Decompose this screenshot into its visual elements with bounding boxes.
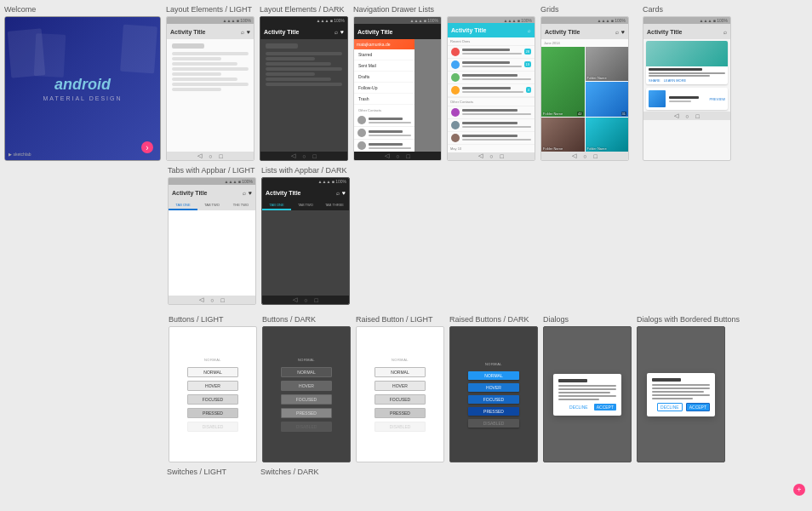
tab-three-light[interactable]: THE TWO xyxy=(226,200,255,210)
card-2-action[interactable]: PREVIEW xyxy=(710,97,725,101)
tab-two-light[interactable]: TAB TWO xyxy=(197,200,226,210)
search-icon-tabs-light[interactable]: ⌕ xyxy=(243,190,246,196)
grids-statusbar: ▲▲▲ ■ 100% xyxy=(541,17,628,24)
btn-normal-light[interactable]: NORMAL xyxy=(187,367,238,377)
more-icon-tabs-dark[interactable]: ♥ xyxy=(342,190,346,196)
raised-hover-light[interactable]: HOVER xyxy=(375,381,426,391)
welcome-android-text: android xyxy=(43,76,122,94)
search-icon-tabs-dark[interactable]: ⌕ xyxy=(336,190,340,196)
recent-divider: Recent Ones xyxy=(448,37,535,46)
raised-normal-light[interactable]: NORMAL xyxy=(375,367,426,377)
buttons-light-phone: NORMAL NORMAL HOVER FOCUSED PRESSED DISA… xyxy=(169,326,257,462)
nav-home-cards[interactable]: ○ xyxy=(685,113,689,119)
nav-home-tabs-dark[interactable]: ○ xyxy=(304,297,307,303)
drawer-appbar-title: Activity Title xyxy=(357,29,437,35)
nav-home-dark[interactable]: ○ xyxy=(302,153,306,159)
search-icon-lists[interactable]: ⌕ xyxy=(528,28,531,33)
card-2-image xyxy=(649,90,666,107)
more-icon-tabs-light[interactable]: ♥ xyxy=(249,190,252,196)
nav-back-tabs-dark[interactable]: ◁ xyxy=(293,296,297,303)
section-buttons-dark: Buttons / DARK NORMAL NORMAL HOVER FOCUS… xyxy=(260,313,353,464)
raised-normal-label-dark: NORMAL xyxy=(485,362,502,366)
grid-cell-3: 31 xyxy=(586,82,629,116)
card-2: PREVIEW xyxy=(646,88,728,110)
nav-back-lists[interactable]: ◁ xyxy=(478,152,483,159)
raised-pressed-light[interactable]: PRESSED xyxy=(375,408,426,418)
btn-focused-dark[interactable]: FOCUSED xyxy=(281,394,332,405)
dialog-bordered-actions: DECLINE ACCEPT xyxy=(652,403,710,411)
spacer-1 xyxy=(632,3,640,163)
drawer-contact-3 xyxy=(354,140,415,152)
drawer-item-drafts[interactable]: Drafts xyxy=(354,72,415,83)
grids-phone: ▲▲▲ ■ 100% Activity Title ⌕ ♥ June 2014 … xyxy=(540,16,629,161)
may-divider: May 10 xyxy=(448,145,535,152)
nav-recent-tabs-dark[interactable]: □ xyxy=(315,297,318,303)
nav-lists-statusbar: ▲▲▲ ■ 100% xyxy=(448,17,535,23)
nav-recent-dark[interactable]: □ xyxy=(313,153,317,159)
tab-three-dark[interactable]: TAB THREE xyxy=(320,200,349,210)
nav-back-grids[interactable]: ◁ xyxy=(572,152,576,159)
raised-hover-dark[interactable]: HOVER xyxy=(468,383,519,392)
nav-recent[interactable]: □ xyxy=(220,153,223,159)
btn-hover-dark[interactable]: HOVER xyxy=(281,381,332,391)
btn-focused-light[interactable]: FOCUSED xyxy=(187,394,238,405)
dialog-bordered-decline-btn[interactable]: DECLINE xyxy=(657,403,683,411)
more-icon-grids[interactable]: ♥ xyxy=(621,29,625,35)
statusbar-dark: ▲▲▲ ■ 100% xyxy=(260,17,347,24)
nav-lists-nav: ◁ ○ □ xyxy=(448,152,535,160)
nav-back[interactable]: ◁ xyxy=(197,152,202,159)
section-nav-drawer: Navigation Drawer Lists ▲▲▲ ■ 100% Activ… xyxy=(351,3,444,163)
drawer-item-followup[interactable]: Follow-Up xyxy=(354,83,415,94)
raised-normal-dark[interactable]: NORMAL xyxy=(468,371,519,380)
folder-count-1: 42 xyxy=(577,112,582,116)
welcome-fab[interactable]: › xyxy=(141,141,153,153)
nav-home-grids[interactable]: ○ xyxy=(583,153,586,159)
nav-home-lists[interactable]: ○ xyxy=(489,153,493,159)
btn-pressed-light[interactable]: PRESSED xyxy=(187,408,238,418)
nav-back-dark[interactable]: ◁ xyxy=(291,152,295,159)
raised-focused-dark[interactable]: FOCUSED xyxy=(468,395,519,404)
dialog-accept-btn[interactable]: ACCEPT xyxy=(594,404,616,411)
nav-recent-grids[interactable]: □ xyxy=(594,153,598,159)
nav-back-tabs-light[interactable]: ◁ xyxy=(199,296,203,303)
drawer-item-starred[interactable]: Starred xyxy=(354,49,415,60)
nav-home-drawer[interactable]: ○ xyxy=(396,153,399,159)
raised-light-phone: NORMAL NORMAL HOVER FOCUSED PRESSED DISA… xyxy=(356,326,444,462)
section-layout-dark: Layout Elements / DARK ▲▲▲ ■ 100% Activi… xyxy=(257,3,351,163)
nav-back-cards[interactable]: ◁ xyxy=(674,112,678,119)
search-icon-grids[interactable]: ⌕ xyxy=(615,29,619,35)
nav-home[interactable]: ○ xyxy=(209,153,212,159)
btn-normal-dark[interactable]: NORMAL xyxy=(281,367,332,377)
nav-home-tabs-light[interactable]: ○ xyxy=(210,297,214,303)
dialog-bordered-accept-btn[interactable]: ACCEPT xyxy=(686,403,710,411)
tab-two-dark[interactable]: TAB TWO xyxy=(291,200,320,210)
card-1-learn[interactable]: LEARN MORE xyxy=(664,78,686,83)
btn-pressed-dark[interactable]: PRESSED xyxy=(281,408,332,418)
appbar-light: Activity Title ⌕ ♥ xyxy=(167,24,254,39)
tabs-light-icons: ⌕ ♥ xyxy=(243,190,252,196)
drawer-item-trash[interactable]: Trash xyxy=(354,94,415,105)
search-icon-cards[interactable]: ⌕ xyxy=(723,29,727,35)
dialog-decline-btn[interactable]: DECLINE xyxy=(567,404,591,411)
card-2-text xyxy=(669,96,706,102)
nav-recent-cards[interactable]: □ xyxy=(696,113,700,119)
tab-one-light[interactable]: TAB ONE xyxy=(169,200,197,210)
folder-count-3: 31 xyxy=(621,112,626,116)
btn-hover-light[interactable]: HOVER xyxy=(187,381,238,391)
more-icon-light[interactable]: ♥ xyxy=(247,29,250,35)
dialog-text-2 xyxy=(558,388,616,390)
nav-back-drawer[interactable]: ◁ xyxy=(385,152,389,159)
nav-recent-drawer[interactable]: □ xyxy=(407,153,410,159)
drawer-item-sent[interactable]: Sent Mail xyxy=(354,60,415,72)
nav-recent-lists[interactable]: □ xyxy=(500,153,504,159)
section-tabs-dark: Lists with Appbar / DARK ▲▲▲ ■ 100% Acti… xyxy=(259,164,352,307)
raised-focused-light[interactable]: FOCUSED xyxy=(375,394,426,405)
raised-pressed-dark[interactable]: PRESSED xyxy=(468,407,519,416)
nav-recent-tabs-light[interactable]: □ xyxy=(221,297,225,303)
more-icon-dark[interactable]: ♥ xyxy=(340,29,344,35)
tab-one-dark[interactable]: TAB ONE xyxy=(262,200,291,210)
card-1-share[interactable]: SHARE xyxy=(649,78,660,83)
search-icon-light[interactable]: ⌕ xyxy=(241,29,244,35)
search-icon-dark[interactable]: ⌕ xyxy=(335,29,338,35)
appbar-title-dark: Activity Title xyxy=(264,29,335,35)
